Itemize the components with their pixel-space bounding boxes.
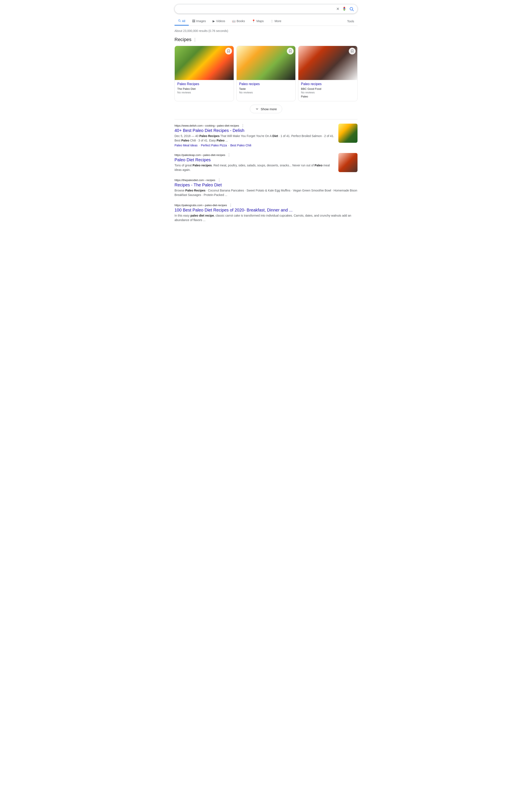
result-title-3[interactable]: 100 Best Paleo Diet Recipes of 2020- Bre… [175,208,357,213]
recipe-card-body-0: Paleo Recipes The Paleo Diet No reviews [175,80,233,98]
tab-videos-label: Videos [216,19,225,23]
search-icons: ✕ [336,6,354,11]
result-title-1[interactable]: Paleo Diet Recipes [175,158,335,162]
recipes-section: Recipes ⋮ Paleo Recipes The Paleo Diet N… [175,37,357,113]
result-url-row-2: https://thepaleodiet.com › recipes ⋮ [175,178,357,182]
result-title-2[interactable]: Recipes - The Paleo Diet [175,182,357,188]
search-button[interactable] [349,6,354,11]
images-icon: 🖼 [192,19,195,23]
bookmark-button-2[interactable] [349,48,356,54]
tab-books[interactable]: 📖 Books [228,17,248,26]
search-result-content-1: https://paleoleap.com › paleo-diet-recip… [175,153,335,172]
result-menu-button-0[interactable]: ⋮ [240,124,245,128]
results-count: About 23,000,000 results (0.76 seconds) [175,29,357,33]
result-snippet-1: Tons of great Paleo recipes. Red meat, p… [175,163,335,172]
tab-all[interactable]: All [175,17,189,26]
mic-icon[interactable] [342,6,346,11]
recipe-card-1[interactable]: Paleo recipes Taste No reviews [237,46,296,101]
books-icon: 📖 [232,19,236,23]
result-thumbnail-0 [338,124,357,143]
more-dots-icon: ⋮ [271,19,273,23]
result-snippet-3: In this easy paleo diet recipe, classic … [175,213,357,222]
result-link-sep-1: · [228,144,229,147]
result-thumbnail-1 [338,153,357,172]
search-icon [349,6,354,11]
tab-maps-label: Maps [256,19,264,23]
chevron-down-icon [255,107,259,111]
result-menu-button-2[interactable]: ⋮ [216,178,222,182]
recipe-card-tag-2: Paleo [301,95,355,98]
recipe-card-source-2: BBC Good Food [301,87,355,91]
search-bar: paleo diet recipes ✕ [175,4,357,14]
recipe-card-body-2: Paleo recipes BBC Good Food No reviews P… [299,80,357,101]
recipe-card-reviews-2: No reviews [301,91,355,94]
recipe-card-title-1: Paleo recipes [239,82,293,86]
tab-images-label: Images [196,19,206,23]
recipe-card-source-1: Taste [239,87,293,91]
result-link-0-0[interactable]: Paleo Meal Ideas [175,144,197,147]
result-title-0[interactable]: 40+ Best Paleo Diet Recipes - Delish [175,128,335,133]
recipes-section-title: Recipes [175,37,191,42]
recipe-card-image-1 [237,46,295,80]
recipe-cards-container: Paleo Recipes The Paleo Diet No reviews … [175,46,357,101]
result-url-0: https://www.delish.com › cooking › paleo… [175,124,239,127]
svg-line-1 [352,10,353,11]
section-divider [175,119,357,119]
result-url-row-3: https://paleogrubs.com › paleo-diet-reci… [175,203,357,207]
search-result-0: https://www.delish.com › cooking › paleo… [175,124,357,147]
tab-more[interactable]: ⋮ More [267,17,285,26]
recipe-card-reviews-1: No reviews [239,91,293,94]
videos-icon: ▶ [213,19,215,23]
clear-button[interactable]: ✕ [336,6,339,11]
maps-icon: 📍 [252,19,255,23]
search-result-3: https://paleogrubs.com › paleo-diet-reci… [175,203,357,222]
recipe-card-image-2 [299,46,357,80]
recipe-card-0[interactable]: Paleo Recipes The Paleo Diet No reviews [175,46,234,101]
nav-tabs: All 🖼 Images ▶ Videos 📖 Books 📍 Maps ⋮ M… [175,17,357,26]
tab-all-label: All [182,19,186,23]
search-result-content-0: https://www.delish.com › cooking › paleo… [175,124,335,147]
search-result-content-2: https://thepaleodiet.com › recipes ⋮ Rec… [175,178,357,197]
result-url-2: https://thepaleodiet.com › recipes [175,179,215,182]
recipe-card-body-1: Paleo recipes Taste No reviews [237,80,295,98]
tab-videos[interactable]: ▶ Videos [209,17,228,26]
search-result-1: https://paleoleap.com › paleo-diet-recip… [175,153,357,172]
recipe-card-image-0 [175,46,233,80]
search-result-2: https://thepaleodiet.com › recipes ⋮ Rec… [175,178,357,197]
recipe-card-title-0: Paleo Recipes [177,82,231,86]
result-snippet-0: Dec 5, 2018 — 40 Paleo Recipes That Will… [175,134,335,143]
search-results: https://www.delish.com › cooking › paleo… [175,124,357,222]
show-more-label: Show more [261,107,277,111]
result-url-row-0: https://www.delish.com › cooking › paleo… [175,124,335,128]
recipe-card-reviews-0: No reviews [177,91,231,94]
tab-books-label: Books [237,19,245,23]
result-link-0-2[interactable]: Best Paleo Chili [230,144,251,147]
result-url-3: https://paleogrubs.com › paleo-diet-reci… [175,204,227,207]
result-link-sep-0: · [199,144,199,147]
all-icon [178,19,181,23]
result-link-0-1[interactable]: Perfect Paleo Pizza [201,144,227,147]
tools-button[interactable]: Tools [344,17,357,25]
result-menu-button-3[interactable]: ⋮ [228,203,233,207]
tab-images[interactable]: 🖼 Images [189,17,209,26]
search-input[interactable]: paleo diet recipes [178,7,336,11]
recipes-header: Recipes ⋮ [175,37,357,42]
search-result-content-3: https://paleogrubs.com › paleo-diet-reci… [175,203,357,222]
tab-maps[interactable]: 📍 Maps [248,17,267,26]
recipe-card-source-0: The Paleo Diet [177,87,231,91]
show-more-container: Show more [175,105,357,113]
result-url-1: https://paleoleap.com › paleo-diet-recip… [175,153,225,157]
bookmark-button-1[interactable] [287,48,294,54]
result-links-0: Paleo Meal Ideas · Perfect Paleo Pizza ·… [175,144,335,147]
tab-more-label: More [275,19,281,23]
svg-line-3 [180,21,181,22]
recipe-card-title-2: Paleo recipes [301,82,355,86]
result-menu-button-1[interactable]: ⋮ [226,153,231,157]
bookmark-button-0[interactable] [225,48,232,54]
recipes-more-options-button[interactable]: ⋮ [193,37,197,42]
result-url-row-1: https://paleoleap.com › paleo-diet-recip… [175,153,335,157]
result-snippet-2: Browse Paleo Recipes · Coconut Banana Pa… [175,188,357,197]
recipe-card-2[interactable]: Paleo recipes BBC Good Food No reviews P… [298,46,357,101]
show-more-button[interactable]: Show more [250,105,282,113]
